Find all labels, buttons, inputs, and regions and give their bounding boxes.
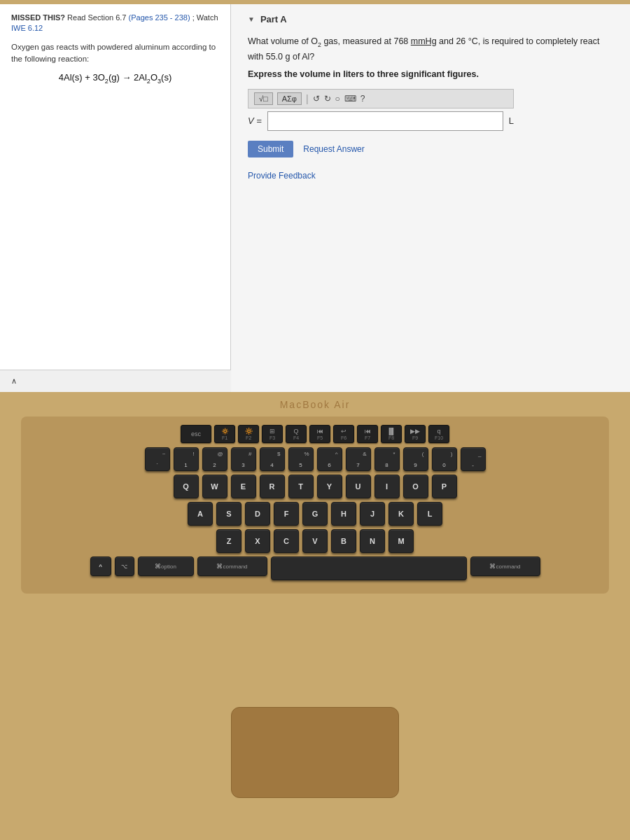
key-9[interactable]: ( 9 <box>403 447 428 471</box>
key-alt-left[interactable]: ⌥ <box>115 556 134 576</box>
key-f8[interactable]: ▐▌ F8 <box>381 425 402 443</box>
key-3[interactable]: # 3 <box>231 447 256 471</box>
submit-row: Submit Request Answer <box>248 141 613 158</box>
key-7[interactable]: & 7 <box>346 447 371 471</box>
question-text: What volume of O2 gas, measured at 768 m… <box>248 34 613 64</box>
key-t[interactable]: T <box>288 475 314 498</box>
reaction-desc: Oxygen gas reacts with powdered aluminum… <box>11 41 219 66</box>
key-1[interactable]: ! 1 <box>174 447 199 471</box>
key-s[interactable]: S <box>216 502 241 526</box>
toolbar-sep: | <box>306 93 309 104</box>
key-l[interactable]: L <box>417 502 442 526</box>
key-w[interactable]: W <box>202 475 227 498</box>
key-c[interactable]: C <box>274 529 299 553</box>
part-label: Part A <box>260 14 287 24</box>
number-row: ~ ` ! 1 @ 2 # 3 $ 4 % 5 ^ 6 & 7 <box>28 447 602 471</box>
key-f[interactable]: F <box>274 502 299 526</box>
key-command-left[interactable]: ⌘ command <box>197 556 267 576</box>
key-f6[interactable]: ↩ F6 <box>333 425 354 443</box>
request-answer-link[interactable]: Request Answer <box>303 144 364 154</box>
key-p[interactable]: P <box>432 475 457 498</box>
help-icon[interactable]: ? <box>360 94 365 104</box>
missed-this-label: MISSED THIS? <box>11 13 65 22</box>
key-h[interactable]: H <box>331 502 356 526</box>
key-0[interactable]: ) 0 <box>432 447 457 471</box>
key-e[interactable]: E <box>231 475 256 498</box>
key-y[interactable]: Y <box>317 475 342 498</box>
key-command-right[interactable]: ⌘ command <box>470 556 540 576</box>
download-bar: ∧ <box>0 370 231 392</box>
answer-unit: L <box>509 115 514 126</box>
key-x[interactable]: X <box>245 529 270 553</box>
qwerty-row: Q W E R T Y U I O P <box>28 475 602 498</box>
answer-toolbar: √□ ΑΣφ | ↺ ↻ ○ ⌨ ? <box>248 89 514 108</box>
key-2[interactable]: @ 2 <box>202 447 227 471</box>
key-k[interactable]: K <box>388 502 414 526</box>
key-f1[interactable]: 🔅 F1 <box>214 425 235 443</box>
key-f2[interactable]: 🔆 F2 <box>238 425 259 443</box>
key-minus[interactable]: _ - <box>461 447 486 471</box>
pages-link[interactable]: (Pages 235 - 238) <box>129 13 190 22</box>
submit-button[interactable]: Submit <box>248 141 293 158</box>
key-6[interactable]: ^ 6 <box>317 447 342 471</box>
key-f3[interactable]: ⊞ F3 <box>262 425 283 443</box>
answer-row: V = L <box>248 111 514 131</box>
key-option-left[interactable]: ⌘ option <box>138 556 194 576</box>
key-i[interactable]: I <box>374 475 400 498</box>
keyboard: esc 🔅 F1 🔆 F2 ⊞ F3 Q F4 ⏮ F5 ↩ F6 ⏮ F7 <box>21 416 609 594</box>
greek-btn[interactable]: ΑΣφ <box>277 92 302 105</box>
iwe-link[interactable]: IWE 6.12 <box>11 24 43 32</box>
key-r[interactable]: R <box>260 475 285 498</box>
download-caret[interactable]: ∧ <box>11 377 17 386</box>
key-g[interactable]: G <box>302 502 328 526</box>
key-8[interactable]: * 8 <box>374 447 400 471</box>
key-n[interactable]: N <box>360 529 385 553</box>
key-f4[interactable]: Q F4 <box>286 425 307 443</box>
sqrt-btn[interactable]: √□ <box>254 92 273 105</box>
key-esc[interactable]: esc <box>181 425 211 443</box>
answer-label: V = <box>248 115 262 126</box>
key-f5[interactable]: ⏮ F5 <box>309 425 330 443</box>
key-m[interactable]: M <box>388 529 414 553</box>
key-u[interactable]: U <box>346 475 371 498</box>
left-panel: MISSED THIS? Read Section 6.7 (Pages 235… <box>0 0 231 392</box>
keyboard-icon[interactable]: ⌨ <box>344 94 356 104</box>
equation: 4Al(s) + 3O2(g) → 2Al2O3(s) <box>11 72 219 85</box>
key-o[interactable]: O <box>403 475 428 498</box>
key-b[interactable]: B <box>331 529 356 553</box>
part-header: ▼ Part A <box>248 14 613 24</box>
key-d[interactable]: D <box>245 502 270 526</box>
macbook-label: MacBook Air <box>280 399 351 410</box>
screen-top-bar <box>0 0 630 4</box>
key-q[interactable]: Q <box>174 475 199 498</box>
key-space[interactable] <box>271 556 467 580</box>
screen: MISSED THIS? Read Section 6.7 (Pages 235… <box>0 0 630 392</box>
bottom-row: ^ ⌥ ⌘ option ⌘ command ⌘ command <box>28 556 602 580</box>
key-4[interactable]: $ 4 <box>260 447 285 471</box>
key-5[interactable]: % 5 <box>288 447 314 471</box>
key-f9[interactable]: ▶▶ F9 <box>405 425 426 443</box>
key-backtick[interactable]: ~ ` <box>145 447 170 471</box>
key-f10[interactable]: q F10 <box>428 425 449 443</box>
provide-feedback-link[interactable]: Provide Feedback <box>248 171 316 181</box>
zxcv-row: Z X C V B N M <box>28 529 602 553</box>
key-f7[interactable]: ⏮ F7 <box>357 425 378 443</box>
answer-input[interactable] <box>267 111 503 131</box>
key-j[interactable]: J <box>360 502 385 526</box>
trackpad[interactable] <box>231 707 399 798</box>
collapse-triangle[interactable]: ▼ <box>248 15 255 23</box>
key-z[interactable]: Z <box>216 529 241 553</box>
right-panel: ▼ Part A What volume of O2 gas, measured… <box>231 0 630 392</box>
asdf-row: A S D F G H J K L <box>28 502 602 526</box>
undo-icon[interactable]: ↺ <box>313 94 320 104</box>
express-text: Express the volume in liters to three si… <box>248 69 613 79</box>
key-a[interactable]: A <box>188 502 213 526</box>
missed-this: MISSED THIS? Read Section 6.7 (Pages 235… <box>11 13 219 34</box>
provide-feedback-section: Provide Feedback <box>248 169 613 181</box>
reset-icon[interactable]: ○ <box>335 94 340 104</box>
key-v[interactable]: V <box>302 529 328 553</box>
redo-icon[interactable]: ↻ <box>324 94 331 104</box>
key-control[interactable]: ^ <box>90 556 111 576</box>
fn-row: esc 🔅 F1 🔆 F2 ⊞ F3 Q F4 ⏮ F5 ↩ F6 ⏮ F7 <box>28 425 602 443</box>
